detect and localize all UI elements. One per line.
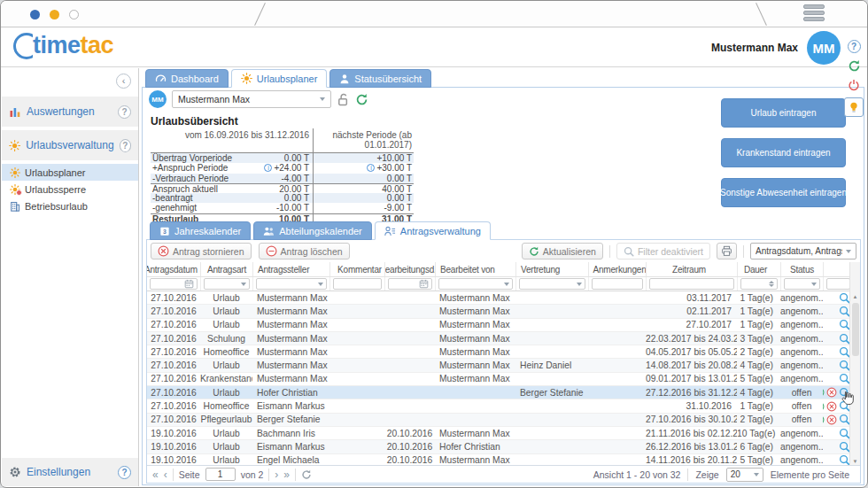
antrag-loeschen-button[interactable]: Antrag löschen (259, 243, 350, 259)
filter-deaktiviert-button[interactable]: Filter deaktiviert (616, 243, 710, 259)
table-row[interactable]: 19.10.2016 Urlaub Bachmann Iris 20.10.20… (147, 427, 853, 440)
sidebar-collapse-icon[interactable]: ‹ (116, 74, 131, 89)
column-header-status[interactable]: Status (780, 262, 823, 276)
column-header-vertretung[interactable]: Vertretung (515, 262, 588, 276)
approve-icon[interactable] (823, 387, 825, 398)
refresh-icon[interactable] (301, 469, 312, 480)
scroll-up-icon[interactable]: ▲ (850, 292, 860, 301)
person-list-icon (384, 226, 396, 236)
approve-icon[interactable] (823, 414, 825, 425)
reject-icon[interactable] (826, 387, 837, 398)
sort-select[interactable]: Antragsdatum, Antragsart, (750, 243, 856, 259)
prev-page-icon[interactable]: ‹ (164, 469, 167, 480)
table-row[interactable]: 27.10.2016 Urlaub Mustermann Max Musterm… (147, 319, 853, 332)
column-header-antragsart[interactable]: Antragsart (200, 262, 252, 276)
sidebar-item-urlaubssperre[interactable]: Urlaubssperre (2, 181, 138, 198)
table-row[interactable]: 27.10.2016 Homeoffice Eismann Markus 31.… (147, 399, 853, 413)
antrag-stornieren-button[interactable]: Antrag stornieren (151, 243, 252, 259)
table-row[interactable]: 27.10.2016 Urlaub Mustermann Max Musterm… (147, 359, 853, 372)
filter-actions[interactable] (826, 278, 850, 290)
last-page-icon[interactable]: » (283, 469, 290, 480)
avatar: MM (149, 90, 167, 108)
vertical-scrollbar[interactable]: ▲ ▼ (849, 262, 860, 468)
column-header-dauer[interactable]: Dauer (737, 262, 780, 276)
window-control-2[interactable] (50, 10, 59, 19)
filter-antragsdatum[interactable] (150, 278, 198, 290)
tab-dashboard[interactable]: Dashboard (145, 69, 229, 88)
help-icon[interactable]: ? (118, 466, 131, 479)
unlock-icon[interactable] (337, 93, 350, 106)
column-header-antragsdatum[interactable]: Antragsdatum↓ (147, 262, 200, 276)
logout-power-icon[interactable] (848, 79, 860, 91)
help-icon[interactable]: ? (120, 139, 131, 152)
filter-antragssteller[interactable] (256, 278, 327, 290)
column-header-zeitraum[interactable]: Zeitraum (646, 262, 737, 276)
filter-zeitraum[interactable] (649, 278, 734, 290)
filter-kommentar[interactable] (333, 278, 382, 290)
tab-statusuebersicht[interactable]: Statusübersicht (329, 69, 431, 88)
sonstige-abwesenheit-button[interactable]: Sonstige Abwesenheit eintragen (721, 178, 846, 207)
filter-bearbeitungsdatum[interactable] (388, 278, 432, 290)
blocked-badge (16, 190, 22, 196)
column-header-anmerkungen[interactable]: Anmerkungen (588, 262, 646, 276)
action-button-column: Urlaub eintragen Krankenstand eintragen … (721, 98, 846, 207)
info-icon[interactable]: i (264, 164, 272, 172)
filter-antragsart[interactable] (204, 278, 250, 290)
help-icon[interactable]: ? (118, 105, 131, 119)
column-header-antragssteller[interactable]: Antragssteller (252, 262, 329, 276)
minus-circle-icon (266, 245, 277, 257)
number-spinner[interactable] (769, 281, 774, 287)
sidebar-item-urlaubsverwaltung[interactable]: Urlaubsverwaltung ? (2, 130, 138, 160)
table-row[interactable]: 27.10.2016 Schulung Mustermann Max Muste… (147, 332, 853, 345)
sidebar-item-betriebsurlaub[interactable]: Betriebsurlaub (2, 198, 138, 214)
table-row[interactable]: 27.10.2016 Urlaub Hofer Christian Berger… (147, 386, 853, 399)
grid-body: 27.10.2016 Urlaub Mustermann Max Musterm… (147, 291, 853, 468)
user-select[interactable]: Mustermann Max (172, 90, 331, 108)
page-number-input[interactable] (205, 468, 236, 481)
filter-status[interactable] (784, 278, 820, 290)
overview-row: -genehmigt -10.00 T -9.00 T (151, 203, 414, 213)
table-row[interactable]: 27.10.2016 Urlaub Mustermann Max Musterm… (147, 305, 853, 318)
filter-dauer[interactable] (740, 278, 778, 290)
table-row[interactable]: 27.10.2016 Pflegeurlaub Berger Stefanie … (147, 414, 853, 427)
window-control-1[interactable] (30, 10, 40, 19)
table-row[interactable]: 27.10.2016 Krankenstand Mustermann Max M… (147, 373, 853, 386)
next-page-icon[interactable]: › (275, 469, 278, 480)
filter-vertretung[interactable] (519, 278, 585, 290)
table-row[interactable]: 27.10.2016 Urlaub Mustermann Max Musterm… (147, 291, 853, 305)
info-icon[interactable]: i (367, 164, 375, 172)
filter-anmerkungen[interactable] (592, 278, 643, 290)
sidebar-item-einstellungen[interactable]: Einstellungen ? (2, 458, 138, 486)
krankenstand-eintragen-button[interactable]: Krankenstand eintragen (721, 138, 846, 167)
print-button[interactable] (717, 243, 737, 259)
column-header-kommentar[interactable]: Kommentar (329, 262, 384, 276)
menu-icon[interactable] (803, 4, 825, 21)
first-page-icon[interactable]: « (152, 469, 159, 480)
scrollbar-thumb[interactable] (852, 303, 859, 356)
tab-jahreskalender[interactable]: 3 Jahreskalender (150, 221, 251, 240)
table-row[interactable]: 19.10.2016 Urlaub Eismann Markus 20.10.2… (147, 440, 853, 453)
approve-icon[interactable] (823, 401, 825, 412)
tab-abteilungskalender[interactable]: Abteilungskalender (253, 221, 372, 240)
window-control-3[interactable] (69, 10, 79, 19)
grid-toolbar: Antrag stornieren Antrag löschen Aktuali… (147, 240, 860, 262)
chevron-down-icon (320, 97, 325, 101)
tab-urlaubsplaner[interactable]: Urlaubsplaner (231, 69, 327, 88)
tab-antragsverwaltung[interactable]: Antragsverwaltung (375, 221, 491, 240)
tips-lightbulb-button[interactable] (844, 97, 864, 117)
urlaub-eintragen-button[interactable]: Urlaub eintragen (721, 98, 846, 128)
filter-bearbeitet-von[interactable] (438, 278, 513, 290)
table-row[interactable]: 27.10.2016 Homeoffice Mustermann Max Mus… (147, 345, 853, 359)
reject-icon[interactable] (826, 414, 837, 425)
sidebar-item-auswertungen[interactable]: Auswertungen ? (2, 97, 138, 127)
refresh-icon[interactable] (848, 59, 861, 73)
sidebar-item-urlaubsplaner[interactable]: Urlaubsplaner (2, 164, 138, 181)
aktualisieren-button[interactable]: Aktualisieren (522, 243, 603, 259)
refresh-icon[interactable] (355, 93, 368, 106)
reject-icon[interactable] (826, 401, 837, 412)
page-size-select[interactable]: 20 (726, 468, 763, 482)
column-header-bearbeitet-von[interactable]: Bearbeitet von (435, 262, 515, 276)
help-icon[interactable]: ? (848, 40, 861, 53)
column-header-bearbeitungsdatum[interactable]: Bearbeitungsd... (384, 262, 435, 276)
avatar[interactable]: MM (807, 31, 841, 65)
